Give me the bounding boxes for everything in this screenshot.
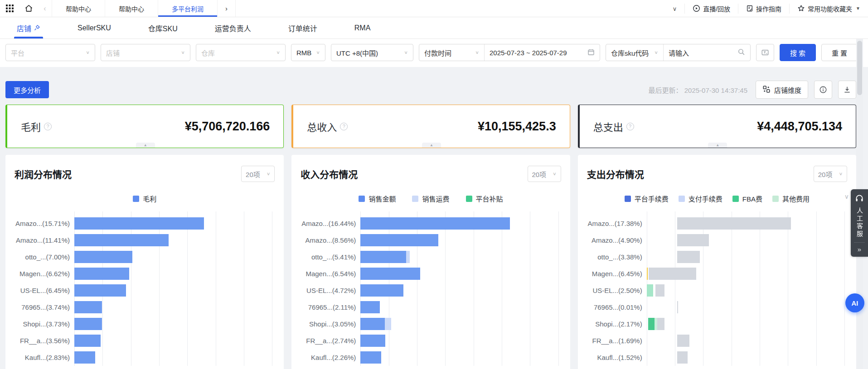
platform-select[interactable]: 平台 ∨: [5, 44, 95, 61]
category-label: FR__a...(1.69%): [587, 337, 647, 345]
chart-plot: Amazo...(16.44%)Amazo...(8.56%)otto_...(…: [301, 215, 561, 366]
page-size-select[interactable]: 20项∨: [528, 166, 561, 182]
legend-item-销售运费[interactable]: 销售运费: [412, 194, 449, 203]
bar-segment: [74, 217, 204, 230]
scrollbar-thumb[interactable]: [857, 41, 862, 95]
currency-select[interactable]: RMB ∨: [291, 44, 325, 61]
legend-swatch: [466, 196, 472, 202]
page-size-value: 20项: [246, 169, 260, 179]
bar-track: [647, 234, 844, 246]
apps-grid-icon[interactable]: [0, 0, 19, 17]
window-tab-1[interactable]: 帮助中心: [105, 0, 158, 17]
category-label: FR__a...(3.56%): [15, 337, 74, 345]
ai-assistant-button[interactable]: AI: [845, 293, 864, 312]
page-size-value: 20项: [818, 169, 833, 179]
kpi-value: ¥10,155,425.3: [478, 120, 556, 134]
bar-segment: [360, 251, 406, 263]
warehouse-select[interactable]: 仓库 ∨: [196, 44, 286, 61]
tab-仓库SKU[interactable]: 仓库SKU: [148, 17, 178, 38]
kpi-collapse-toggle[interactable]: ▲: [136, 143, 155, 148]
sku-type-select[interactable]: 仓库sku代码 ∨: [606, 44, 663, 61]
tab-label: 订单统计: [288, 23, 317, 34]
tab-运营负责人[interactable]: 运营负责人: [215, 17, 251, 38]
legend-item-FBA费[interactable]: FBA费: [732, 194, 762, 203]
help-icon[interactable]: ?: [626, 123, 634, 130]
bar-segment: [74, 301, 102, 313]
legend-item-支付手续费[interactable]: 支付手续费: [679, 194, 723, 203]
kpi-collapse-toggle[interactable]: ▲: [422, 143, 441, 148]
legend-item-销售金额[interactable]: 销售金额: [359, 194, 396, 203]
chart-plot: Amazo...(17.38%)Amazo...(4.90%)otto_...(…: [587, 215, 847, 366]
category-label: Kaufl...(2.26%): [301, 354, 360, 361]
tab-RMA[interactable]: RMA: [354, 17, 371, 38]
timezone-select[interactable]: UTC +8(中国) ∨: [331, 44, 413, 61]
customer-service-widget[interactable]: 人工客服 »: [851, 189, 868, 257]
topbar-action-1[interactable]: 直播/回放: [684, 4, 738, 14]
tab-label: 仓库SKU: [148, 23, 178, 34]
bar-track: [360, 351, 558, 364]
download-button[interactable]: [838, 81, 856, 99]
chart-card-0: 利润分布情况20项∨毛利Amazo...(15.71%)Amazo...(11.…: [5, 155, 284, 369]
chart-row: Magen...(6.62%): [15, 265, 275, 282]
category-label: Amazo...(17.38%): [587, 220, 647, 227]
legend-item-平台补贴[interactable]: 平台补贴: [466, 194, 503, 203]
help-icon[interactable]: ?: [44, 123, 52, 130]
bar-segment: [360, 351, 381, 364]
category-label: US-EL...(4.72%): [301, 287, 360, 294]
category-label: Shopi...(3.05%): [301, 320, 360, 328]
page-size-select[interactable]: 20项∨: [241, 166, 275, 182]
bar-segment: [74, 335, 101, 347]
category-label: 76965...(3.74%): [15, 303, 74, 311]
keyword-input[interactable]: 请输入: [664, 44, 750, 61]
chevron-down-icon: ∨: [404, 50, 408, 55]
kpi-collapse-toggle[interactable]: ▲: [708, 143, 727, 148]
window-tab-2[interactable]: 多平台利润: [158, 0, 218, 17]
header-collapse-icon[interactable]: ∨: [665, 4, 685, 14]
date-range-input[interactable]: 2025-07-23 ~ 2025-07-29: [485, 44, 600, 61]
dimension-switch-button[interactable]: 店铺维度: [756, 81, 808, 99]
info-button[interactable]: [814, 81, 832, 99]
legend-collapse-icon[interactable]: ∨: [844, 193, 849, 200]
bar-segment: [647, 251, 677, 263]
time-type-select[interactable]: 付款时间 ∨: [419, 44, 484, 61]
chart-row: Amazo...(15.71%): [15, 215, 275, 232]
tab-scroll-left-icon[interactable]: ‹: [38, 0, 52, 17]
category-label: Magen...(6.62%): [15, 270, 74, 278]
kpi-value: ¥5,706,720.166: [185, 120, 270, 134]
help-icon[interactable]: ?: [340, 123, 348, 130]
time-type-value: 付款时间: [424, 48, 451, 58]
chart-title: 支出分布情况: [587, 167, 644, 181]
topbar-action-2[interactable]: 操作指南: [738, 4, 789, 14]
tab-订单统计[interactable]: 订单统计: [288, 17, 317, 38]
batch-input-button[interactable]: [756, 44, 774, 61]
topbar-action-3[interactable]: 常用功能收藏夹▼: [789, 4, 868, 14]
tab-scroll-right-icon[interactable]: ›: [218, 0, 236, 17]
bar-track: [360, 335, 558, 347]
tab-SellerSKU[interactable]: SellerSKU: [78, 17, 111, 38]
legend-swatch: [133, 196, 139, 202]
legend-item-平台手续费[interactable]: 平台手续费: [625, 194, 669, 203]
category-label: Amazo...(16.44%): [301, 220, 360, 227]
reset-button[interactable]: 重置: [821, 44, 858, 61]
home-icon[interactable]: [19, 0, 38, 17]
window-tab-0[interactable]: 帮助中心: [52, 0, 105, 17]
bar-track: [74, 217, 272, 230]
more-analysis-button[interactable]: 更多分析: [5, 81, 49, 98]
search-button[interactable]: 搜索: [780, 44, 816, 61]
chart-card-1: 收入分布情况20项∨销售金额销售运费平台补贴Amazo...(16.44%)Am…: [291, 155, 570, 369]
legend-label: 其他费用: [782, 194, 810, 203]
legend-item-毛利[interactable]: 毛利: [133, 194, 156, 203]
bar-segment: [677, 251, 700, 263]
chart-title: 收入分布情况: [301, 167, 358, 181]
chart-row: Magen...(6.54%): [301, 265, 561, 282]
chart-row: Kaufl...(2.83%): [15, 349, 275, 366]
collapse-chevrons-icon[interactable]: »: [858, 244, 861, 254]
tab-店铺[interactable]: 店铺: [17, 17, 40, 38]
bar-track: [360, 268, 558, 280]
bar-track: [74, 351, 272, 364]
page-size-select[interactable]: 20项∨: [814, 166, 847, 182]
bar-track: [647, 251, 844, 263]
legend-item-其他费用[interactable]: 其他费用: [772, 194, 810, 203]
store-select[interactable]: 店铺 ∨: [101, 44, 190, 61]
calendar-icon: [587, 48, 595, 57]
